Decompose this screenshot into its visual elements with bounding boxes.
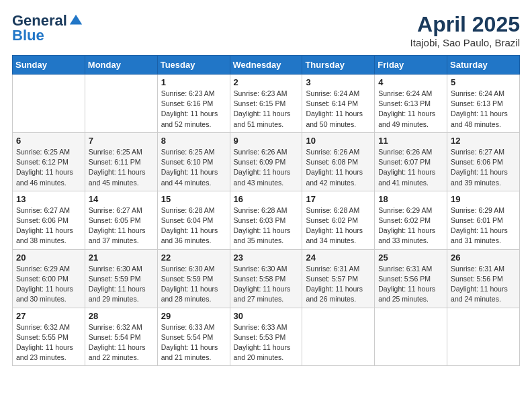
calendar-cell <box>302 308 375 366</box>
day-number: 24 <box>306 253 371 263</box>
day-number: 5 <box>451 77 516 87</box>
weekday-header: Saturday <box>447 56 520 75</box>
calendar-cell: 18Sunrise: 6:29 AM Sunset: 6:02 PM Dayli… <box>375 191 447 249</box>
day-info: Sunrise: 6:31 AM Sunset: 5:57 PM Dayligh… <box>306 264 371 305</box>
day-info: Sunrise: 6:26 AM Sunset: 6:09 PM Dayligh… <box>234 147 299 188</box>
weekday-header: Thursday <box>302 56 375 75</box>
day-number: 19 <box>451 194 516 204</box>
calendar-cell: 29Sunrise: 6:33 AM Sunset: 5:54 PM Dayli… <box>157 308 230 366</box>
day-number: 16 <box>234 194 299 204</box>
day-info: Sunrise: 6:24 AM Sunset: 6:14 PM Dayligh… <box>306 89 371 130</box>
calendar-cell: 7Sunrise: 6:25 AM Sunset: 6:11 PM Daylig… <box>85 132 157 191</box>
day-info: Sunrise: 6:28 AM Sunset: 6:03 PM Dayligh… <box>234 205 299 246</box>
day-number: 20 <box>16 253 81 263</box>
day-info: Sunrise: 6:31 AM Sunset: 5:56 PM Dayligh… <box>451 264 516 305</box>
day-number: 12 <box>451 136 516 146</box>
page-header: General Blue April 2025 Itajobi, Sao Pau… <box>12 12 520 48</box>
calendar-table: SundayMondayTuesdayWednesdayThursdayFrid… <box>12 55 520 366</box>
logo: General Blue <box>12 12 83 44</box>
calendar-cell: 4Sunrise: 6:24 AM Sunset: 6:13 PM Daylig… <box>375 75 447 133</box>
day-number: 6 <box>16 136 81 146</box>
weekday-header: Friday <box>375 56 447 75</box>
day-number: 7 <box>89 136 154 146</box>
day-info: Sunrise: 6:26 AM Sunset: 6:07 PM Dayligh… <box>378 147 443 188</box>
location-subtitle: Itajobi, Sao Paulo, Brazil <box>410 37 520 48</box>
calendar-cell: 23Sunrise: 6:30 AM Sunset: 5:58 PM Dayli… <box>230 249 302 308</box>
day-info: Sunrise: 6:33 AM Sunset: 5:54 PM Dayligh… <box>161 322 226 363</box>
calendar-cell <box>375 308 447 366</box>
calendar-cell: 5Sunrise: 6:24 AM Sunset: 6:13 PM Daylig… <box>447 75 520 133</box>
day-number: 25 <box>378 253 443 263</box>
calendar-cell: 30Sunrise: 6:33 AM Sunset: 5:53 PM Dayli… <box>230 308 302 366</box>
day-number: 11 <box>378 136 443 146</box>
logo-blue-text: Blue <box>12 27 44 44</box>
calendar-cell: 26Sunrise: 6:31 AM Sunset: 5:56 PM Dayli… <box>447 249 520 308</box>
weekday-header: Sunday <box>13 56 85 75</box>
calendar-cell <box>85 75 157 133</box>
svg-marker-0 <box>70 15 82 25</box>
calendar-cell: 10Sunrise: 6:26 AM Sunset: 6:08 PM Dayli… <box>302 132 375 191</box>
day-number: 2 <box>234 77 299 87</box>
day-info: Sunrise: 6:25 AM Sunset: 6:11 PM Dayligh… <box>89 147 154 188</box>
day-info: Sunrise: 6:30 AM Sunset: 5:59 PM Dayligh… <box>89 264 154 305</box>
day-info: Sunrise: 6:30 AM Sunset: 5:59 PM Dayligh… <box>161 264 226 305</box>
calendar-cell: 15Sunrise: 6:28 AM Sunset: 6:04 PM Dayli… <box>157 191 230 249</box>
day-info: Sunrise: 6:33 AM Sunset: 5:53 PM Dayligh… <box>234 322 299 363</box>
calendar-header-row: SundayMondayTuesdayWednesdayThursdayFrid… <box>13 56 520 75</box>
calendar-week-row: 20Sunrise: 6:29 AM Sunset: 6:00 PM Dayli… <box>13 249 520 308</box>
calendar-cell <box>13 75 85 133</box>
day-number: 26 <box>451 253 516 263</box>
calendar-week-row: 1Sunrise: 6:23 AM Sunset: 6:16 PM Daylig… <box>13 75 520 133</box>
day-info: Sunrise: 6:28 AM Sunset: 6:02 PM Dayligh… <box>306 205 371 246</box>
day-number: 30 <box>234 311 299 321</box>
day-info: Sunrise: 6:26 AM Sunset: 6:08 PM Dayligh… <box>306 147 371 188</box>
weekday-header: Wednesday <box>230 56 302 75</box>
calendar-cell: 25Sunrise: 6:31 AM Sunset: 5:56 PM Dayli… <box>375 249 447 308</box>
day-info: Sunrise: 6:30 AM Sunset: 5:58 PM Dayligh… <box>234 264 299 305</box>
day-info: Sunrise: 6:24 AM Sunset: 6:13 PM Dayligh… <box>378 89 443 130</box>
day-info: Sunrise: 6:28 AM Sunset: 6:04 PM Dayligh… <box>161 205 226 246</box>
day-info: Sunrise: 6:32 AM Sunset: 5:54 PM Dayligh… <box>89 322 154 363</box>
day-number: 9 <box>234 136 299 146</box>
day-number: 23 <box>234 253 299 263</box>
day-info: Sunrise: 6:27 AM Sunset: 6:05 PM Dayligh… <box>89 205 154 246</box>
calendar-cell: 3Sunrise: 6:24 AM Sunset: 6:14 PM Daylig… <box>302 75 375 133</box>
day-info: Sunrise: 6:25 AM Sunset: 6:10 PM Dayligh… <box>161 147 226 188</box>
day-number: 22 <box>161 253 226 263</box>
calendar-week-row: 27Sunrise: 6:32 AM Sunset: 5:55 PM Dayli… <box>13 308 520 366</box>
calendar-cell: 2Sunrise: 6:23 AM Sunset: 6:15 PM Daylig… <box>230 75 302 133</box>
calendar-cell: 20Sunrise: 6:29 AM Sunset: 6:00 PM Dayli… <box>13 249 85 308</box>
day-number: 10 <box>306 136 371 146</box>
day-info: Sunrise: 6:25 AM Sunset: 6:12 PM Dayligh… <box>16 147 81 188</box>
day-number: 21 <box>89 253 154 263</box>
calendar-cell: 14Sunrise: 6:27 AM Sunset: 6:05 PM Dayli… <box>85 191 157 249</box>
weekday-header: Monday <box>85 56 157 75</box>
calendar-cell: 28Sunrise: 6:32 AM Sunset: 5:54 PM Dayli… <box>85 308 157 366</box>
logo-icon <box>69 13 83 28</box>
calendar-cell: 16Sunrise: 6:28 AM Sunset: 6:03 PM Dayli… <box>230 191 302 249</box>
day-info: Sunrise: 6:23 AM Sunset: 6:15 PM Dayligh… <box>234 89 299 130</box>
day-info: Sunrise: 6:27 AM Sunset: 6:06 PM Dayligh… <box>451 147 516 188</box>
calendar-cell: 1Sunrise: 6:23 AM Sunset: 6:16 PM Daylig… <box>157 75 230 133</box>
day-number: 27 <box>16 311 81 321</box>
day-number: 17 <box>306 194 371 204</box>
calendar-cell: 13Sunrise: 6:27 AM Sunset: 6:06 PM Dayli… <box>13 191 85 249</box>
weekday-header: Tuesday <box>157 56 230 75</box>
day-info: Sunrise: 6:31 AM Sunset: 5:56 PM Dayligh… <box>378 264 443 305</box>
day-info: Sunrise: 6:29 AM Sunset: 6:01 PM Dayligh… <box>451 205 516 246</box>
month-title: April 2025 <box>410 12 520 37</box>
day-number: 14 <box>89 194 154 204</box>
day-info: Sunrise: 6:27 AM Sunset: 6:06 PM Dayligh… <box>16 205 81 246</box>
calendar-cell: 6Sunrise: 6:25 AM Sunset: 6:12 PM Daylig… <box>13 132 85 191</box>
title-block: April 2025 Itajobi, Sao Paulo, Brazil <box>410 12 520 48</box>
calendar-cell: 8Sunrise: 6:25 AM Sunset: 6:10 PM Daylig… <box>157 132 230 191</box>
calendar-week-row: 6Sunrise: 6:25 AM Sunset: 6:12 PM Daylig… <box>13 132 520 191</box>
day-number: 4 <box>378 77 443 87</box>
calendar-cell: 27Sunrise: 6:32 AM Sunset: 5:55 PM Dayli… <box>13 308 85 366</box>
day-number: 29 <box>161 311 226 321</box>
calendar-cell: 11Sunrise: 6:26 AM Sunset: 6:07 PM Dayli… <box>375 132 447 191</box>
calendar-cell: 17Sunrise: 6:28 AM Sunset: 6:02 PM Dayli… <box>302 191 375 249</box>
day-number: 28 <box>89 311 154 321</box>
calendar-cell: 19Sunrise: 6:29 AM Sunset: 6:01 PM Dayli… <box>447 191 520 249</box>
calendar-cell: 21Sunrise: 6:30 AM Sunset: 5:59 PM Dayli… <box>85 249 157 308</box>
